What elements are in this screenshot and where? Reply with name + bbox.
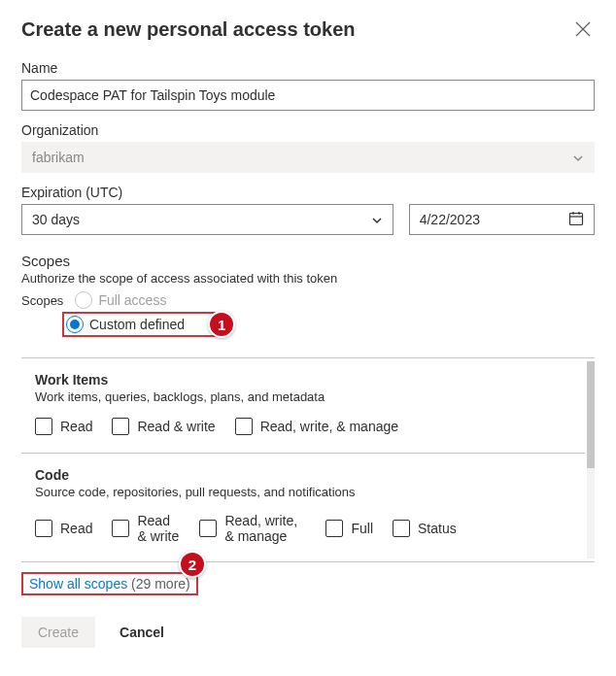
cancel-button[interactable]: Cancel (103, 617, 181, 648)
checkbox-code-full[interactable] (325, 520, 343, 537)
checkbox-code-readwrite[interactable] (112, 520, 129, 537)
dialog-title: Create a new personal access token (21, 18, 356, 41)
radio-full-access[interactable] (75, 291, 92, 309)
scope-group-name: Work Items (35, 372, 585, 388)
perm-label: Full (351, 521, 373, 536)
organization-label: Organization (21, 122, 595, 138)
scopes-inline-label: Scopes (21, 293, 63, 308)
svg-rect-2 (570, 213, 583, 224)
scope-group-desc: Source code, repositories, pull requests… (35, 485, 585, 499)
scope-group-desc: Work items, queries, backlogs, plans, an… (35, 389, 585, 404)
perm-label: Read & write (137, 513, 180, 544)
scope-list: Work Items Work items, queries, backlogs… (21, 357, 595, 562)
perm-label: Status (418, 521, 457, 536)
perm-label: Read (60, 419, 92, 434)
perm-label: Read (60, 521, 92, 536)
scope-group-code: Code Source code, repositories, pull req… (21, 453, 585, 561)
name-label: Name (21, 60, 595, 76)
checkbox-workitems-readwrite[interactable] (112, 418, 129, 435)
expiration-days-select[interactable]: 30 days (21, 204, 394, 235)
organization-select[interactable]: fabrikam (21, 142, 595, 173)
checkbox-code-status[interactable] (393, 520, 410, 537)
scopes-description: Authorize the scope of access associated… (21, 271, 595, 286)
calendar-icon (568, 211, 584, 229)
show-all-scopes-link[interactable]: Show all scopes (29, 576, 127, 592)
show-all-scopes-count: (29 more) (131, 576, 190, 592)
expiration-days-value: 30 days (32, 212, 80, 227)
checkbox-code-manage[interactable] (199, 520, 217, 537)
create-button[interactable]: Create (21, 617, 95, 648)
checkbox-workitems-manage[interactable] (235, 418, 253, 435)
close-button[interactable] (571, 17, 595, 41)
organization-value: fabrikam (32, 150, 85, 165)
perm-label: Read, write, & manage (224, 513, 306, 544)
chevron-down-icon (572, 152, 584, 163)
checkbox-workitems-read[interactable] (35, 418, 52, 435)
radio-custom-defined[interactable] (66, 316, 84, 333)
checkbox-code-read[interactable] (35, 520, 52, 537)
expiration-label: Expiration (UTC) (21, 185, 595, 200)
scope-group-work-items: Work Items Work items, queries, backlogs… (21, 358, 585, 453)
scope-group-name: Code (35, 467, 585, 483)
annotation-badge-1: 1 (208, 311, 235, 338)
perm-label: Read, write, & manage (260, 419, 398, 434)
radio-custom-defined-label: Custom defined (89, 317, 185, 332)
chevron-down-icon (371, 214, 383, 225)
annotation-badge-2: 2 (179, 551, 206, 578)
scrollbar-track (587, 361, 595, 558)
scopes-title: Scopes (21, 253, 595, 269)
expiration-date-value: 4/22/2023 (420, 212, 480, 227)
radio-full-access-label: Full access (98, 292, 166, 308)
scrollbar-thumb[interactable] (587, 361, 595, 468)
name-input[interactable] (21, 80, 595, 111)
perm-label: Read & write (137, 419, 215, 434)
expiration-date-input[interactable]: 4/22/2023 (409, 204, 595, 235)
close-icon (575, 21, 591, 37)
